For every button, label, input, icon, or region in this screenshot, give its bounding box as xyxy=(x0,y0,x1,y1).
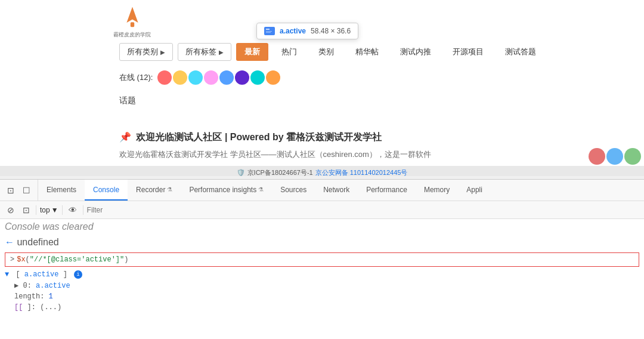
post-title: 📌 欢迎光临测试人社区 | Powered by 霍格沃兹测试开发学社 xyxy=(119,131,382,144)
devtools-tabs-bar: ⊡ ☐ Elements Console Recorder ⚗ Performa… xyxy=(0,180,644,201)
element-icon xyxy=(264,27,275,35)
info-icon: i xyxy=(74,270,82,279)
all-tags-btn[interactable]: 所有标签 ▶ xyxy=(178,43,231,61)
tab-quiz[interactable]: 测试答题 xyxy=(497,43,544,61)
devtools-toolbar: ⊘ ⊡ top ▼ 👁 xyxy=(0,201,644,219)
eye-icon-btn[interactable]: 👁 xyxy=(66,204,79,216)
icp-public-security-link[interactable]: 京公安网备 11011402012445号 xyxy=(315,168,408,177)
avatar xyxy=(235,70,249,85)
tab-internship[interactable]: 测试内推 xyxy=(392,43,439,61)
post-avatar xyxy=(606,148,623,165)
tab-latest[interactable]: 最新 xyxy=(236,43,268,61)
tooltip-element-size: 58.48 × 36.6 xyxy=(311,27,351,35)
expand-arrow-icon: ▼ xyxy=(5,270,9,279)
svg-rect-4 xyxy=(266,31,272,32)
dropdown-arrow-icon: ▶ xyxy=(160,49,165,56)
online-area: 在线 (12): xyxy=(119,70,280,85)
collapse-arrow-icon: ▶ xyxy=(14,282,18,290)
logo-text: 霸橙皮皮的学院 xyxy=(113,31,151,39)
tab-network[interactable]: Network xyxy=(315,180,358,201)
tab-hot[interactable]: 热门 xyxy=(273,43,305,61)
context-label: top xyxy=(40,206,50,214)
element-tooltip: a.active 58.48 × 36.6 xyxy=(256,23,358,39)
filter-input[interactable] xyxy=(87,206,639,214)
post-avatar xyxy=(624,148,641,165)
svg-rect-5 xyxy=(266,32,271,33)
svg-rect-3 xyxy=(266,29,270,30)
recorder-flask-icon: ⚗ xyxy=(167,186,172,193)
result-arrow-icon: ← xyxy=(5,237,14,247)
console-result-item-0: ▶ 0: a.active xyxy=(0,280,644,291)
tab-elements[interactable]: Elements xyxy=(38,180,85,201)
toolbar-divider xyxy=(83,205,83,215)
context-dropdown-icon: ▼ xyxy=(51,206,58,214)
clear-console-btn[interactable]: ⊘ xyxy=(5,204,17,216)
avatar xyxy=(157,70,172,85)
tab-performance-insights[interactable]: Performance insights ⚗ xyxy=(181,180,272,201)
icp-text: 京ICP备18024667号-1 xyxy=(247,168,313,177)
online-avatars xyxy=(157,70,280,85)
tab-featured[interactable]: 精华帖 xyxy=(347,43,387,61)
avatar xyxy=(173,70,187,85)
post-user-avatars xyxy=(589,148,641,165)
toolbar-divider xyxy=(62,205,63,215)
console-result-array: ▼ [ a.active ] i xyxy=(0,269,644,280)
console-undefined-output: ← undefined xyxy=(0,235,644,250)
svg-marker-0 xyxy=(126,7,138,23)
avatar xyxy=(250,70,265,85)
console-input-code: $x("//*[@class='active']") xyxy=(17,255,128,264)
icp-bar: 🛡️ 京ICP备18024667号-1 京公安网备 11011402012445… xyxy=(0,166,644,176)
devtools-icon-group: ⊡ ☐ xyxy=(0,180,38,201)
browser-content: 霸橙皮皮的学院 a.active 58.48 × 36.6 所有类别 ▶ 所有标… xyxy=(0,0,644,176)
all-categories-btn[interactable]: 所有类别 ▶ xyxy=(119,43,173,61)
tab-console[interactable]: Console xyxy=(85,180,128,201)
dropdown-arrow-icon: ▶ xyxy=(219,49,224,56)
tab-memory[interactable]: Memory xyxy=(416,180,458,201)
tab-category[interactable]: 类别 xyxy=(310,43,342,61)
toolbar-divider xyxy=(36,205,36,215)
console-result-proto: [[ ]: (...) xyxy=(0,302,644,313)
context-selector[interactable]: top ▼ xyxy=(40,206,58,214)
avatar xyxy=(204,70,218,85)
devtools-panel: ⊡ ☐ Elements Console Recorder ⚗ Performa… xyxy=(0,179,644,339)
avatar xyxy=(219,70,234,85)
tab-opensource[interactable]: 开源项目 xyxy=(444,43,492,61)
svg-rect-1 xyxy=(130,22,134,27)
online-label: 在线 (12): xyxy=(119,72,153,83)
devtools-cursor-icon[interactable]: ⊡ xyxy=(5,184,17,196)
filter-toggle-btn[interactable]: ⊡ xyxy=(20,204,32,216)
tooltip-element-name: a.active xyxy=(280,27,306,35)
console-cleared-message: Console was cleared xyxy=(0,219,644,235)
avatar xyxy=(188,70,203,85)
console-input-line[interactable]: > $x("//*[@class='active']") xyxy=(5,252,639,267)
tab-application[interactable]: Appli xyxy=(458,180,491,201)
topic-label: 话题 xyxy=(119,95,136,106)
site-logo: 霸橙皮皮的学院 xyxy=(113,6,151,39)
tab-sources[interactable]: Sources xyxy=(272,180,315,201)
console-result-length: length: 1 xyxy=(0,291,644,302)
devtools-device-icon[interactable]: ☐ xyxy=(20,184,33,196)
tab-recorder[interactable]: Recorder ⚗ xyxy=(128,180,181,201)
pin-icon: 📌 xyxy=(119,132,131,142)
post-avatar xyxy=(589,148,605,165)
post-description: 欢迎光临霍格沃兹测试开发学社 学员社区——测试人社区（ceshiren.com）… xyxy=(119,149,431,160)
tab-performance[interactable]: Performance xyxy=(358,180,416,201)
perf-insights-flask-icon: ⚗ xyxy=(258,186,264,193)
avatar xyxy=(266,70,280,85)
console-prompt: > xyxy=(10,255,14,264)
nav-area: 所有类别 ▶ 所有标签 ▶ 最新 热门 类别 精华帖 测试内推 开源项目 测试答… xyxy=(119,43,544,61)
icp-shield-icon: 🛡️ xyxy=(237,169,245,177)
